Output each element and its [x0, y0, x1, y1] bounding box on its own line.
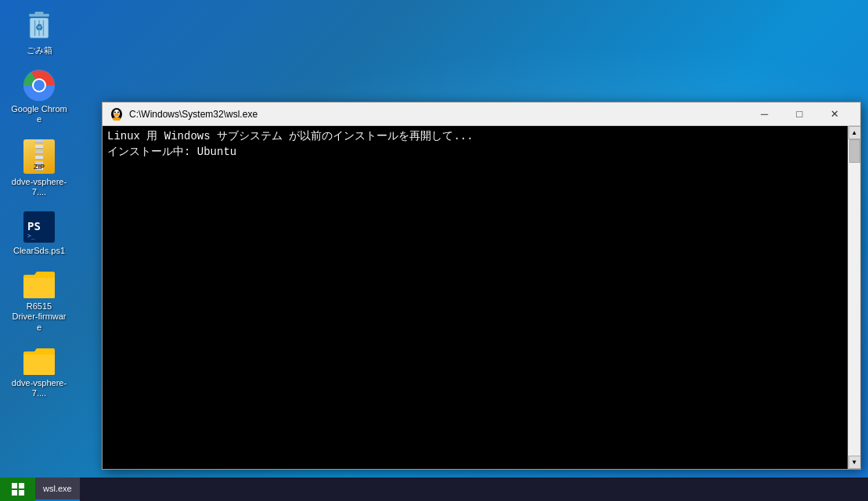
zip-label: ddve-vsphere-7.... [11, 177, 67, 197]
svg-point-17 [117, 111, 119, 113]
console-titlebar: C:\Windows\System32\wsl.exe ─ □ ✕ [103, 103, 860, 126]
console-content-wrapper: Linux 用 Windows サブシステム が以前のインストールを再開して..… [103, 126, 860, 469]
console-output[interactable]: Linux 用 Windows サブシステム が以前のインストールを再開して..… [103, 126, 848, 469]
tux-penguin-icon [110, 108, 123, 121]
desktop-icon-powershell[interactable]: PS >_ ClearSds.ps1 [8, 208, 70, 259]
svg-rect-1 [35, 12, 44, 15]
desktop-icon-folder-firmware[interactable]: R6515Driver-firmware [8, 267, 70, 336]
chrome-label: Google Chrome [11, 104, 67, 124]
titlebar-buttons: ─ □ ✕ [747, 103, 852, 126]
svg-text:PS: PS [27, 220, 41, 232]
scrollbar-track [848, 139, 860, 456]
svg-text:>_: >_ [27, 232, 35, 240]
svg-point-10 [34, 80, 45, 91]
desktop-icon-recycle-bin[interactable]: ♻ ごみ箱 [8, 8, 70, 59]
desktop: ♻ ごみ箱 [0, 0, 868, 501]
folder-firmware-label: R6515Driver-firmware [11, 301, 67, 333]
minimize-button[interactable]: ─ [747, 103, 782, 126]
svg-text:♻: ♻ [35, 23, 43, 32]
folder-firmware-icon [23, 270, 55, 298]
powershell-label: ClearSds.ps1 [13, 246, 65, 256]
zip-icon: ZIP [23, 139, 55, 174]
taskbar: wsl.exe [0, 478, 868, 501]
svg-point-16 [114, 111, 116, 113]
taskbar-item-label: wsl.exe [43, 484, 72, 493]
folder-vsphere-icon [23, 347, 55, 375]
scrollbar-up-button[interactable]: ▲ [848, 126, 861, 139]
start-button[interactable] [0, 478, 35, 501]
desktop-icon-chrome[interactable]: Google Chrome [8, 67, 70, 128]
svg-point-18 [114, 113, 119, 116]
console-window: C:\Windows\System32\wsl.exe ─ □ ✕ Linux … [102, 102, 861, 470]
console-scrollbar[interactable]: ▲ ▼ [848, 126, 860, 469]
powershell-icon: PS >_ [23, 211, 55, 243]
folder-vsphere-label: ddve-vsphere-7.... [11, 378, 67, 398]
desktop-icons-area: ♻ ごみ箱 [8, 8, 70, 402]
desktop-icon-folder-vsphere[interactable]: ddve-vsphere-7.... [8, 344, 70, 402]
desktop-icon-zip[interactable]: ZIP ddve-vsphere-7.... [8, 136, 70, 200]
taskbar-wsl-item[interactable]: wsl.exe [35, 478, 80, 501]
maximize-button[interactable]: □ [782, 103, 817, 126]
recycle-bin-label: ごみ箱 [27, 45, 52, 56]
close-button[interactable]: ✕ [817, 103, 852, 126]
recycle-bin-icon: ♻ [23, 11, 55, 42]
console-title: C:\Windows\System32\wsl.exe [129, 109, 747, 120]
chrome-icon [23, 70, 55, 101]
scrollbar-thumb[interactable] [849, 139, 860, 163]
scrollbar-down-button[interactable]: ▼ [848, 456, 861, 469]
windows-logo-icon [12, 483, 24, 496]
